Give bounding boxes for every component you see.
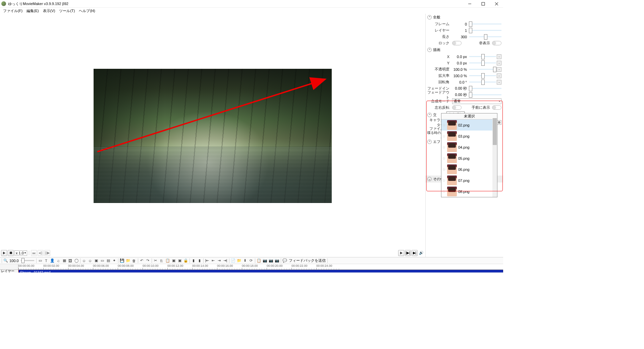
value-fadein[interactable]: 0.00 秒 [452, 86, 468, 91]
add-key-opac[interactable]: - [497, 67, 501, 72]
screenshot-icon[interactable]: 📋 [256, 258, 262, 264]
slider-opacity[interactable] [469, 69, 496, 70]
next-button[interactable]: ▶| [412, 250, 418, 256]
dropdown-item[interactable]: ☆05.png [441, 153, 497, 164]
clip-video[interactable]: Stream - 91342.mp4 [18, 270, 503, 272]
shape-icon[interactable]: ◯ [73, 258, 79, 264]
value-rotation[interactable]: 0.0 ° [452, 80, 468, 84]
chevron-icon[interactable]: ⌄ [427, 177, 432, 181]
video-icon[interactable]: ▦ [61, 258, 67, 264]
zoom-slider[interactable] [21, 260, 34, 261]
value-scale[interactable]: 100.0 % [452, 74, 468, 78]
chevron-icon[interactable]: ⌃ [427, 113, 432, 117]
music-icon[interactable]: ♫ [55, 258, 61, 264]
star-icon[interactable]: ☆ [442, 167, 446, 172]
redo-icon[interactable]: ↷ [145, 258, 151, 264]
rect-icon[interactable]: ▭ [99, 258, 105, 264]
slider-fin[interactable] [469, 88, 501, 89]
menu-edit[interactable]: 編集(E) [24, 8, 41, 14]
play2-button[interactable] [398, 250, 404, 256]
prev-frame-button[interactable]: ⏮ [31, 250, 37, 256]
maximize-button[interactable] [476, 0, 490, 8]
minimize-button[interactable] [463, 0, 476, 8]
dropdown-item[interactable]: ☆06.png [441, 164, 497, 175]
star-icon[interactable]: ☆ [442, 134, 446, 139]
toggle-lock[interactable] [452, 41, 462, 45]
dropdown-item[interactable]: ☆02.png [441, 119, 497, 131]
effect-icon[interactable]: ✦ [111, 258, 117, 264]
slider-frame[interactable] [469, 23, 501, 24]
close-button[interactable] [490, 0, 503, 8]
stop-button[interactable] [8, 250, 14, 256]
open-icon[interactable]: 📁 [236, 258, 242, 264]
cut-icon[interactable]: ✂ [153, 258, 159, 264]
layer-label[interactable]: レイヤー 00 [0, 270, 18, 272]
download-icon[interactable]: ⬇ [242, 258, 248, 264]
add-text-icon[interactable]: ▭ [37, 258, 43, 264]
toggle-hide[interactable] [492, 41, 501, 45]
slider-fout[interactable] [469, 94, 501, 95]
playhead[interactable] [18, 270, 19, 272]
menu-file[interactable]: ファイル(F) [1, 8, 24, 14]
star-icon[interactable]: ☆ [442, 145, 446, 150]
star-icon[interactable]: ☆ [442, 189, 446, 194]
mute-button[interactable]: 🔊 [418, 250, 424, 256]
chevron-icon[interactable]: ⌃ [427, 15, 432, 19]
face-icon[interactable]: ☺ [81, 258, 87, 264]
star-icon[interactable]: ☆ [442, 178, 446, 183]
camera-icon[interactable]: 📷 [262, 258, 268, 264]
camera3-icon[interactable]: 📷 [274, 258, 280, 264]
text-icon[interactable]: T [43, 258, 49, 264]
slider-rot[interactable] [469, 82, 496, 83]
slider-layer[interactable] [469, 30, 501, 31]
star-icon[interactable]: ☆ [442, 123, 446, 128]
dropdown-item[interactable]: ☆07.png [441, 175, 497, 186]
play-button[interactable] [1, 250, 7, 256]
star-icon[interactable]: ☆ [442, 156, 446, 161]
dropdown-item[interactable]: ☆08.png [441, 186, 497, 197]
add-key-scale[interactable]: - [497, 73, 501, 78]
step-button[interactable]: |▶| [405, 250, 411, 256]
value-layer[interactable]: 1 [452, 29, 468, 33]
feedback-link[interactable]: フィードバックを送信 [288, 258, 327, 263]
image-icon[interactable]: 🖼 [67, 258, 73, 264]
save-icon[interactable]: 💾 [119, 258, 125, 264]
value-frame[interactable]: 0 [452, 22, 468, 26]
step-back-button[interactable]: ◂|| [38, 250, 44, 256]
paste-icon[interactable]: 📋 [165, 258, 171, 264]
goto-start-icon[interactable]: |⇤ [204, 258, 210, 264]
prev-icon[interactable]: ⇤ [210, 258, 216, 264]
folder-icon[interactable]: 📁 [125, 258, 131, 264]
lock-icon[interactable]: 🔒 [183, 258, 189, 264]
value-y[interactable]: 0.0 px [452, 61, 468, 65]
timeline-ruler[interactable]: 00:00:00.0000:00:02.0000:00:04.0000:00:0… [18, 264, 503, 269]
toggle-flip[interactable] [452, 105, 462, 110]
frame-icon[interactable]: ▣ [93, 258, 99, 264]
slider-length[interactable] [469, 36, 501, 37]
slider-x[interactable] [469, 56, 496, 57]
combo-blend[interactable]: 通常▾ [452, 98, 501, 104]
next-icon[interactable]: ⇥ [216, 258, 222, 264]
menu-view[interactable]: 表示(V) [41, 8, 57, 14]
speed-selector[interactable]: x 1.0▾ [14, 250, 27, 256]
value-opacity[interactable]: 100.0 % [452, 67, 468, 71]
split-icon[interactable]: ▮ [191, 258, 197, 264]
dropdown-scrollbar[interactable] [492, 118, 497, 197]
add-key-y[interactable]: - [497, 61, 501, 65]
chevron-icon[interactable]: ⌃ [427, 48, 432, 52]
goto-end-icon[interactable]: ⇥| [222, 258, 228, 264]
wave-icon[interactable]: ☺ [87, 258, 93, 264]
dropdown-item[interactable]: ☆04.png [441, 142, 497, 153]
undo-icon[interactable]: ↶ [139, 258, 145, 264]
slider-scale[interactable] [469, 75, 496, 76]
dropdown-item[interactable]: ☆03.png [441, 131, 497, 142]
value-x[interactable]: 0.0 px [452, 55, 468, 59]
menu-help[interactable]: ヘルプ(H) [77, 8, 97, 14]
char-config-button[interactable]: ⚙ [497, 120, 501, 125]
step-fwd-button[interactable]: ||▶ [44, 250, 50, 256]
add-key-rot[interactable]: - [497, 80, 501, 85]
layers-icon[interactable]: ▤ [105, 258, 111, 264]
value-fadeout[interactable]: 0.00 秒 [452, 92, 468, 97]
menu-tool[interactable]: ツール(T) [57, 8, 77, 14]
split2-icon[interactable]: ▮ [197, 258, 203, 264]
